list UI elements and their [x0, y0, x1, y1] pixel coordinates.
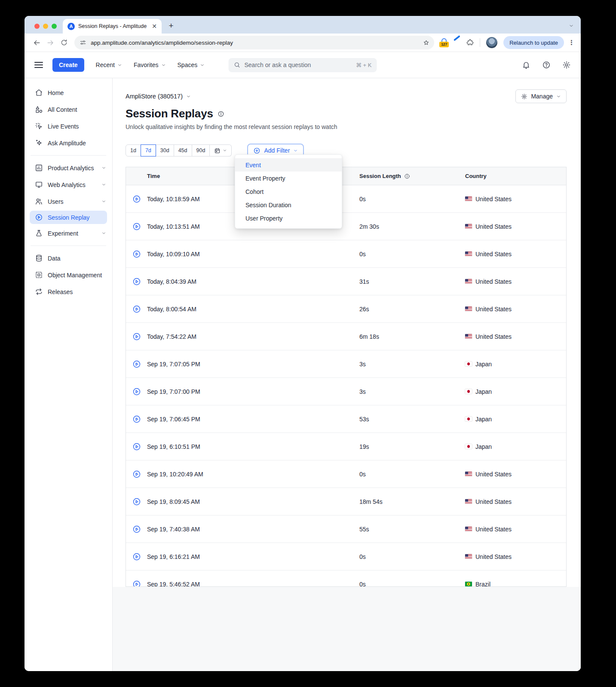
- play-replay-icon[interactable]: [132, 195, 141, 203]
- back-button[interactable]: [31, 37, 43, 49]
- play-replay-icon[interactable]: [132, 277, 141, 286]
- menu-item-cohort[interactable]: Cohort: [235, 185, 342, 198]
- date-range-selector: 1d 7d 30d 45d 90d: [126, 144, 232, 156]
- info-icon[interactable]: [404, 173, 410, 179]
- session-country: United States: [465, 553, 566, 560]
- notifications-bell-icon[interactable]: [522, 61, 530, 69]
- table-row[interactable]: Sep 19, 7:06:45 PM 53s Japan: [126, 405, 566, 433]
- bar-chart-icon: [35, 164, 43, 172]
- table-row[interactable]: Sep 19, 6:10:51 PM 19s Japan: [126, 433, 566, 460]
- play-replay-icon[interactable]: [132, 497, 141, 506]
- sidebar-item-all-content[interactable]: All Content: [25, 101, 112, 118]
- extensions-puzzle-icon[interactable]: [464, 37, 475, 48]
- new-tab-button[interactable]: +: [165, 20, 177, 32]
- table-row[interactable]: Sep 19, 5:46:52 AM 0s Brazil: [126, 570, 566, 587]
- project-name: AmpliStore (380517): [126, 93, 183, 100]
- sidebar-item-live-events[interactable]: Live Events: [25, 118, 112, 135]
- sidebar-item-product-analytics[interactable]: Product Analytics: [25, 159, 112, 176]
- table-row[interactable]: Sep 19, 8:09:45 AM 18m 54s United States: [126, 488, 566, 515]
- sidebar-item-home[interactable]: Home: [25, 84, 112, 101]
- close-window-button[interactable]: [34, 24, 40, 29]
- relaunch-to-update-button[interactable]: Relaunch to update: [503, 36, 564, 49]
- session-length: 31s: [359, 278, 465, 285]
- play-replay-icon[interactable]: [132, 470, 141, 478]
- menu-spaces[interactable]: Spaces: [178, 61, 205, 68]
- custom-date-button[interactable]: [210, 144, 232, 156]
- tab-strip: A Session Replays - Amplitude ✕ +: [25, 16, 581, 34]
- session-time: Today, 7:54:22 AM: [147, 333, 359, 340]
- tab-close-icon[interactable]: ✕: [150, 22, 158, 30]
- sidebar-item-label: Releases: [48, 288, 73, 295]
- play-replay-icon[interactable]: [132, 580, 141, 587]
- play-replay-icon[interactable]: [132, 415, 141, 423]
- table-row[interactable]: Today, 10:09:10 AM 0s United States: [126, 240, 566, 268]
- sidebar-item-experiment[interactable]: Experiment: [25, 225, 112, 242]
- sidebar-item-data[interactable]: Data: [25, 250, 112, 267]
- tab-search-chevron-icon[interactable]: [569, 23, 574, 28]
- manage-button[interactable]: Manage: [515, 89, 567, 103]
- project-selector[interactable]: AmpliStore (380517): [126, 93, 191, 100]
- menu-item-user-property[interactable]: User Property: [235, 212, 342, 225]
- sidebar-item-object-management[interactable]: Object Management: [25, 267, 112, 283]
- play-replay-icon[interactable]: [132, 332, 141, 341]
- session-length: 0s: [359, 471, 465, 478]
- bookmark-star-icon[interactable]: [423, 39, 430, 46]
- browser-tab[interactable]: A Session Replays - Amplitude ✕: [63, 19, 162, 34]
- table-row[interactable]: Sep 19, 6:16:21 AM 0s United States: [126, 543, 566, 570]
- table-row[interactable]: Today, 8:00:54 AM 26s United States: [126, 295, 566, 323]
- page-title: Session Replays: [126, 107, 213, 120]
- browser-menu-icon[interactable]: ⋮: [566, 39, 576, 46]
- play-replay-icon[interactable]: [132, 552, 141, 561]
- table-row[interactable]: Sep 19, 10:20:49 AM 0s United States: [126, 460, 566, 488]
- play-replay-icon[interactable]: [132, 305, 141, 313]
- minimize-window-button[interactable]: [43, 24, 48, 29]
- extension-badge-icon[interactable]: 127: [438, 37, 450, 48]
- hamburger-menu-icon[interactable]: [34, 62, 43, 68]
- sidebar-item-session-replay[interactable]: Session Replay: [30, 211, 107, 224]
- reload-button[interactable]: [58, 37, 70, 49]
- create-button[interactable]: Create: [52, 58, 84, 72]
- range-30d-button[interactable]: 30d: [156, 144, 174, 156]
- sidebar-item-web-analytics[interactable]: Web Analytics: [25, 176, 112, 193]
- table-row[interactable]: Sep 19, 7:40:38 AM 55s United States: [126, 515, 566, 543]
- country-flag-icon: [465, 554, 472, 559]
- sidebar-item-users[interactable]: Users: [25, 193, 112, 210]
- manage-label: Manage: [531, 93, 553, 100]
- settings-gear-icon[interactable]: [562, 61, 571, 69]
- table-row[interactable]: Sep 19, 7:07:00 PM 3s Japan: [126, 378, 566, 405]
- session-country: United States: [465, 526, 566, 533]
- table-row[interactable]: Today, 10:13:51 AM 2m 30s United States: [126, 213, 566, 240]
- play-replay-icon[interactable]: [132, 442, 141, 451]
- profile-avatar[interactable]: [486, 37, 497, 48]
- menu-recent[interactable]: Recent: [96, 61, 122, 68]
- table-row[interactable]: Today, 8:04:39 AM 31s United States: [126, 268, 566, 295]
- help-icon[interactable]: [542, 61, 551, 69]
- info-icon[interactable]: [218, 110, 224, 117]
- forward-button[interactable]: [44, 37, 56, 49]
- database-icon: [35, 254, 43, 262]
- range-1d-button[interactable]: 1d: [126, 144, 141, 156]
- menu-item-event-property[interactable]: Event Property: [235, 172, 342, 185]
- table-row[interactable]: Today, 7:54:22 AM 6m 18s United States: [126, 323, 566, 350]
- session-time: Sep 19, 6:10:51 PM: [147, 443, 359, 450]
- url-bar[interactable]: app.amplitude.com/analytics/amplidemo/se…: [74, 36, 434, 49]
- play-replay-icon[interactable]: [132, 360, 141, 368]
- play-replay-icon[interactable]: [132, 250, 141, 258]
- table-row[interactable]: Today, 10:18:59 AM 0s United States: [126, 185, 566, 213]
- play-replay-icon[interactable]: [132, 525, 141, 534]
- table-row[interactable]: Sep 19, 7:07:05 PM 3s Japan: [126, 350, 566, 378]
- menu-favorites[interactable]: Favorites: [134, 61, 166, 68]
- range-7d-button[interactable]: 7d: [141, 144, 156, 156]
- range-45d-button[interactable]: 45d: [174, 144, 192, 156]
- site-settings-icon[interactable]: [80, 39, 86, 46]
- search-input[interactable]: Search or ask a question ⌘ + K: [229, 58, 377, 72]
- range-90d-button[interactable]: 90d: [192, 144, 210, 156]
- zoom-window-button[interactable]: [52, 24, 57, 29]
- sidebar-item-ask-amplitude[interactable]: Ask Amplitude: [25, 135, 112, 151]
- menu-item-session-duration[interactable]: Session Duration: [235, 198, 342, 212]
- menu-item-event[interactable]: Event: [235, 158, 342, 172]
- sidebar-item-releases[interactable]: Releases: [25, 283, 112, 300]
- play-replay-icon[interactable]: [132, 222, 141, 231]
- pen-extension-icon[interactable]: [451, 37, 463, 48]
- play-replay-icon[interactable]: [132, 387, 141, 396]
